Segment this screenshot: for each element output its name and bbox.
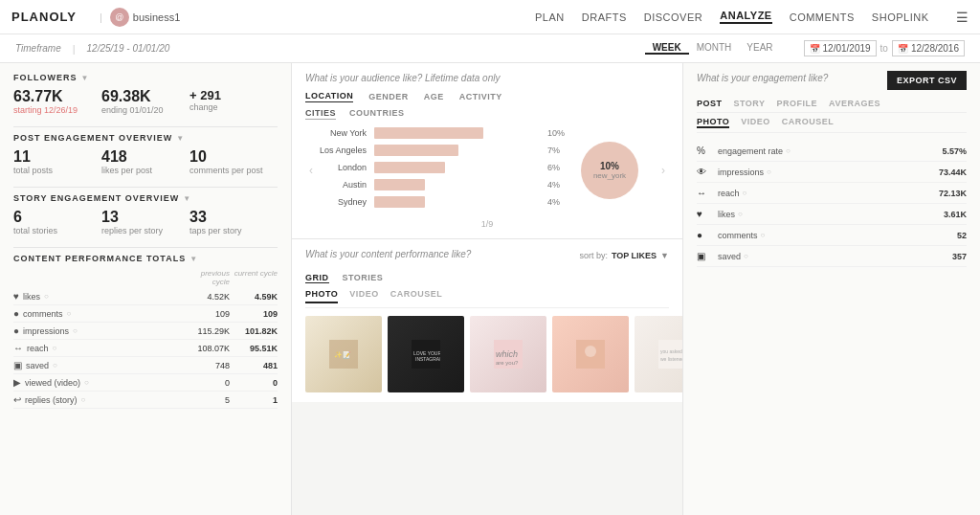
- content-row-text: saved: [26, 361, 49, 370]
- media-tab-video[interactable]: VIDEO: [349, 289, 379, 303]
- media-tab-carousel[interactable]: CAROUSEL: [390, 289, 443, 303]
- bar-fill: [374, 127, 483, 139]
- metric-info-icon[interactable]: ○: [743, 189, 747, 197]
- content-row-info-icon[interactable]: ○: [73, 326, 78, 335]
- followers-info-icon[interactable]: ▼: [81, 74, 90, 82]
- main-content: FOLLOWERS ▼ 63.77K starting 12/26/19 69.…: [0, 63, 980, 515]
- metric-info-icon[interactable]: ○: [786, 146, 791, 155]
- audience-tab-activity[interactable]: ACTIVITY: [459, 92, 502, 101]
- metric-icon: ▣: [697, 251, 712, 261]
- bubble-chart: 10% new_york: [581, 142, 638, 199]
- followers-change-value: + 291: [189, 88, 278, 102]
- svg-text:you asked,: you asked,: [660, 348, 683, 354]
- total-stories: 6 total stories: [13, 209, 101, 235]
- subtab-cities[interactable]: CITIES: [305, 108, 336, 120]
- sort-value[interactable]: TOP LIKES: [612, 251, 657, 260]
- content-row: ▣ saved ○ 748 481: [13, 357, 278, 374]
- nav-comments[interactable]: COMMENTS: [790, 11, 855, 23]
- audience-tab-location[interactable]: LOCATION: [305, 91, 353, 102]
- middle-panel: What is your audience like? Lifetime dat…: [292, 63, 683, 515]
- tab-month[interactable]: MONTH: [689, 42, 740, 55]
- image-thumb-5[interactable]: you asked,we listened.: [635, 316, 683, 392]
- content-row-previous: 748: [182, 361, 230, 370]
- nav-drafts[interactable]: DRAFTS: [582, 11, 627, 23]
- followers-ending-value: 69.38K: [101, 88, 189, 105]
- subtab-carousel[interactable]: CAROUSEL: [782, 117, 835, 128]
- metric-info-icon[interactable]: ○: [761, 231, 766, 239]
- nav-shoplink[interactable]: SHOPLINK: [872, 11, 929, 23]
- logo: PLANOLY: [11, 10, 77, 24]
- bar-track: [374, 196, 542, 208]
- content-row-info-icon[interactable]: ○: [53, 344, 57, 352]
- story-engagement-stats: 6 total stories 13 replies per story 33 …: [13, 209, 278, 235]
- export-csv-button[interactable]: EXPORT CSV: [887, 71, 967, 90]
- image-thumb-4[interactable]: [552, 316, 629, 392]
- nav-analyze[interactable]: ANALYZE: [720, 10, 771, 24]
- content-performance-info-icon[interactable]: ▼: [189, 255, 198, 263]
- subtab-video[interactable]: VIDEO: [741, 117, 770, 128]
- tab-week[interactable]: WEEK: [645, 42, 689, 55]
- media-tab-photo[interactable]: PHOTO: [305, 289, 338, 303]
- image-thumb-1[interactable]: ✨📝: [305, 316, 382, 392]
- tab-year[interactable]: YEAR: [739, 42, 780, 55]
- content-table-header: previous cycle current cycle: [13, 269, 278, 286]
- content-row-values: 115.29K 101.82K: [182, 326, 278, 336]
- content-row-info-icon[interactable]: ○: [81, 395, 86, 404]
- followers-ending: 69.38K ending 01/01/20: [101, 88, 189, 115]
- tab-averages[interactable]: AVERAGES: [829, 99, 880, 108]
- subtab-countries[interactable]: COUNTRIES: [349, 108, 405, 120]
- audience-tab-gender[interactable]: GENDER: [368, 92, 409, 101]
- metric-value: 357: [952, 252, 967, 261]
- content-row-label: ▣ saved ○: [13, 360, 182, 370]
- content-row-current: 101.82K: [230, 326, 278, 336]
- bar-city-label: Austin: [317, 180, 374, 190]
- metric-info-icon[interactable]: ○: [744, 252, 748, 260]
- content-row-info-icon[interactable]: ○: [53, 361, 57, 369]
- metric-row: ● comments ○ 52: [697, 225, 967, 246]
- content-row: ● impressions ○ 115.29K 101.82K: [13, 323, 278, 340]
- content-row-info-icon[interactable]: ○: [44, 292, 49, 301]
- audience-next-arrow[interactable]: ›: [657, 164, 669, 177]
- calendar-icon: 📅: [810, 44, 820, 54]
- tab-grid[interactable]: GRID: [305, 273, 329, 283]
- nav-discover[interactable]: DISCOVER: [644, 11, 702, 23]
- content-row-values: 748 481: [182, 361, 278, 370]
- taps-per-story: 33 taps per story: [189, 209, 278, 235]
- nav-links: PLAN DRAFTS DISCOVER ANALYZE COMMENTS SH…: [535, 10, 969, 25]
- audience-prev-arrow[interactable]: ‹: [305, 164, 317, 177]
- metric-row: ↔ reach ○ 72.13K: [697, 183, 967, 204]
- account-avatar: @: [110, 8, 129, 27]
- tab-story[interactable]: STORY: [734, 99, 766, 108]
- bar-pct: 10%: [547, 128, 571, 138]
- bar-fill: [374, 162, 445, 173]
- content-row-info-icon[interactable]: ○: [84, 378, 89, 387]
- account-badge[interactable]: @ business1: [110, 8, 181, 27]
- metric-icon: ●: [697, 230, 712, 240]
- content-row-info-icon[interactable]: ○: [67, 309, 72, 318]
- content-perf-title: What is your content performance like?: [305, 249, 471, 259]
- audience-pagination: 1/9: [305, 219, 669, 229]
- content-row-icon: ♥: [13, 291, 19, 302]
- post-engagement-info-icon[interactable]: ▼: [176, 134, 185, 143]
- content-row-current: 4.59K: [230, 292, 278, 302]
- nav-plan[interactable]: PLAN: [535, 11, 565, 23]
- image-thumb-2[interactable]: LOVE YOURINSTAGRAM: [388, 316, 464, 392]
- metric-info-icon[interactable]: ○: [738, 210, 743, 218]
- hamburger-icon[interactable]: ☰: [956, 10, 969, 25]
- subtab-photo[interactable]: PHOTO: [697, 117, 729, 128]
- bar-city-label: Sydney: [317, 197, 374, 207]
- col-current-header: current cycle: [230, 269, 278, 286]
- tab-stories[interactable]: STORIES: [343, 273, 384, 283]
- sort-chevron-icon[interactable]: ▼: [660, 251, 669, 260]
- tab-post[interactable]: POST: [697, 99, 723, 108]
- audience-tab-age[interactable]: AGE: [424, 92, 444, 101]
- to-date-picker[interactable]: 📅 12/28/2016: [892, 40, 965, 56]
- metric-value: 72.13K: [939, 189, 967, 198]
- tab-profile[interactable]: PROFILE: [777, 99, 818, 108]
- bar-row: Sydney 4%: [317, 196, 571, 208]
- content-row-text: reach: [27, 344, 49, 353]
- from-date-picker[interactable]: 📅 12/01/2019: [804, 40, 877, 56]
- metric-info-icon[interactable]: ○: [767, 168, 771, 176]
- image-thumb-3[interactable]: whichare you?: [470, 316, 546, 392]
- story-engagement-info-icon[interactable]: ▼: [183, 194, 191, 203]
